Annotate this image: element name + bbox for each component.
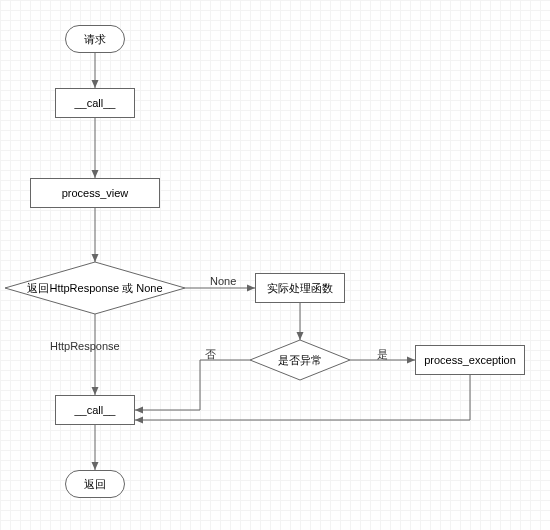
node-end-label: 返回 [84,477,106,492]
flowchart-canvas: 请求 __call__ process_view 返回HttpResponse … [0,0,550,530]
node-process-exception: process_exception [415,345,525,375]
node-start-label: 请求 [84,32,106,47]
node-end: 返回 [65,470,125,498]
decision-return-type-text: 返回HttpResponse 或 None [27,281,162,296]
edge-label-httpresponse-text: HttpResponse [50,340,120,352]
node-process-exception-label: process_exception [424,354,516,366]
edge-label-httpresponse: HttpResponse [50,340,120,352]
node-process-view: process_view [30,178,160,208]
node-handler: 实际处理函数 [255,273,345,303]
decision-is-exception [250,340,350,380]
edge-label-yes: 是 [377,347,388,362]
edge-label-none: None [210,275,236,287]
edge-label-none-text: None [210,275,236,287]
decision-return-type [5,262,185,314]
node-start: 请求 [65,25,125,53]
node-process-view-label: process_view [62,187,129,199]
edge-label-no: 否 [205,347,216,362]
edge-label-yes-text: 是 [377,348,388,360]
node-call-2-label: __call__ [75,404,116,416]
edge-pexc-call2 [135,375,470,420]
edges-layer [0,0,550,530]
decision-return-type-label: 返回HttpResponse 或 None [15,278,175,298]
decision-is-exception-label: 是否异常 [260,350,340,370]
edge-dec2-call2 [135,360,250,410]
node-call-1: __call__ [55,88,135,118]
node-call-2: __call__ [55,395,135,425]
node-handler-label: 实际处理函数 [267,281,333,296]
edge-label-no-text: 否 [205,348,216,360]
node-call-1-label: __call__ [75,97,116,109]
decision-is-exception-text: 是否异常 [278,353,322,368]
